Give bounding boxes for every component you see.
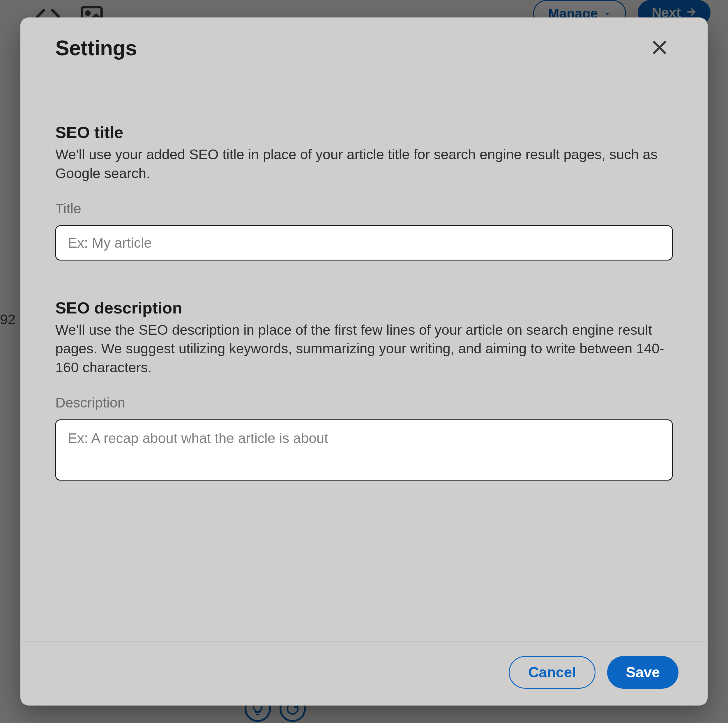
modal-title: Settings (55, 36, 137, 60)
close-button[interactable] (644, 32, 676, 64)
seo-title-heading: SEO title (55, 123, 673, 142)
close-icon (650, 38, 669, 58)
save-button[interactable]: Save (607, 656, 679, 689)
seo-description-input[interactable] (55, 419, 673, 480)
seo-description-heading: SEO description (55, 298, 673, 317)
seo-title-section: SEO title We'll use your added SEO title… (55, 123, 673, 261)
seo-description-section: SEO description We'll use the SEO descri… (55, 298, 673, 482)
modal-header: Settings (20, 17, 708, 79)
seo-title-help: We'll use your added SEO title in place … (55, 145, 673, 183)
settings-modal: Settings SEO title We'll use your added … (20, 17, 708, 706)
modal-footer: Cancel Save (20, 642, 708, 706)
seo-description-field-label: Description (55, 395, 673, 411)
cancel-button[interactable]: Cancel (509, 656, 595, 689)
seo-title-input[interactable] (55, 225, 673, 261)
modal-body: SEO title We'll use your added SEO title… (20, 79, 708, 642)
seo-title-field-label: Title (55, 201, 673, 217)
seo-description-help: We'll use the SEO description in place o… (55, 321, 673, 377)
